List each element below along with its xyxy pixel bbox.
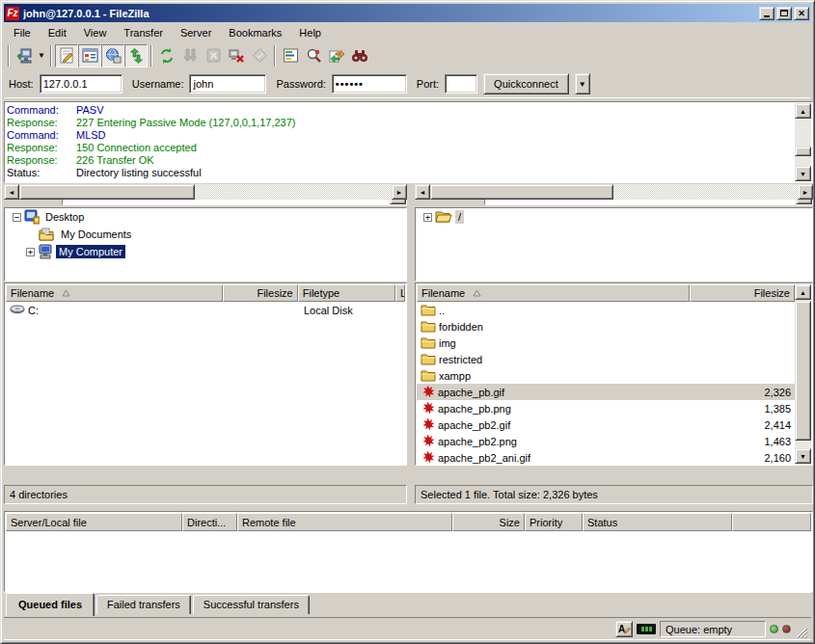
toggle-queue-button[interactable] xyxy=(124,44,148,67)
toggle-log-button[interactable] xyxy=(55,44,78,67)
menu-help[interactable]: Help xyxy=(290,25,330,40)
scroll-left-icon[interactable]: ◄ xyxy=(4,184,19,200)
activity-led-green xyxy=(770,625,778,633)
image-file-icon xyxy=(421,417,435,432)
column-header-filesize[interactable]: Filesize xyxy=(223,284,297,302)
minimize-icon xyxy=(764,15,770,17)
scroll-left-icon[interactable]: ◄ xyxy=(415,184,430,200)
title-bar[interactable]: Fz john@127.0.0.1 - FileZilla ✕ xyxy=(4,4,811,22)
scrollbar-thumb[interactable] xyxy=(19,184,195,200)
remote-file-row[interactable]: apache_pb2_ani.gif 2,160 xyxy=(417,449,795,466)
scrollbar-thumb[interactable] xyxy=(795,301,811,441)
column-header-filetype[interactable]: Filetype xyxy=(298,284,395,302)
host-input[interactable] xyxy=(40,74,122,94)
tree-item-my-computer[interactable]: + My Computer xyxy=(5,243,406,260)
column-header-priority[interactable]: Priority xyxy=(525,513,583,531)
scrollbar-thumb[interactable] xyxy=(795,147,811,156)
tab-failed-transfers[interactable]: Failed transfers xyxy=(96,595,191,614)
port-input[interactable] xyxy=(445,74,477,94)
column-header-server-local-file[interactable]: Server/Local file xyxy=(6,513,182,531)
remote-file-row[interactable]: apache_pb2.gif 2,414 xyxy=(417,416,795,433)
tree-item-desktop[interactable]: − Desktop xyxy=(5,208,406,226)
disconnect-button[interactable] xyxy=(225,44,248,67)
tree-item-label[interactable]: Desktop xyxy=(42,210,87,224)
column-header-remote-file[interactable]: Remote file xyxy=(237,513,452,531)
remote-file-row[interactable]: apache_pb2.png 1,463 xyxy=(417,433,795,449)
resize-grip[interactable] xyxy=(795,626,807,638)
scroll-up-icon[interactable]: ▲ xyxy=(795,103,811,119)
tree-item-label[interactable]: My Documents xyxy=(58,228,134,241)
column-header-direction[interactable]: Directi... xyxy=(182,513,237,531)
toggle-remote-tree-button[interactable] xyxy=(101,44,124,67)
username-input[interactable] xyxy=(189,74,266,94)
menu-view[interactable]: View xyxy=(75,25,116,40)
column-header-filesize[interactable]: Filesize xyxy=(690,284,795,302)
expand-icon[interactable]: + xyxy=(26,248,35,256)
scroll-up-icon[interactable]: ▲ xyxy=(795,284,811,300)
queue-status: Queue: empty xyxy=(660,621,766,637)
log-scrollbar[interactable]: ▲ ▼ xyxy=(795,103,811,181)
remote-horizontal-scrollbar[interactable]: ◄ ► xyxy=(415,184,813,200)
toggle-local-tree-button[interactable] xyxy=(78,44,101,67)
process-queue-button[interactable] xyxy=(178,44,202,67)
menu-file[interactable]: File xyxy=(5,25,40,40)
scroll-right-icon[interactable]: ► xyxy=(392,184,407,200)
menu-transfer[interactable]: Transfer xyxy=(115,25,172,40)
reconnect-icon xyxy=(252,47,268,64)
local-horizontal-scrollbar[interactable]: ◄ ► xyxy=(4,184,407,200)
tree-item-label[interactable]: / xyxy=(455,210,464,224)
column-header-status[interactable]: Status xyxy=(583,513,732,531)
password-input[interactable] xyxy=(332,74,407,94)
remote-list-scrollbar[interactable]: ▲ ▼ xyxy=(795,284,811,464)
minimize-button[interactable] xyxy=(759,7,774,20)
menu-bookmarks[interactable]: Bookmarks xyxy=(220,25,290,40)
tab-successful-transfers[interactable]: Successful transfers xyxy=(193,595,310,614)
refresh-button[interactable] xyxy=(155,44,178,67)
column-header-last-modified[interactable]: L xyxy=(395,284,405,302)
filter-button[interactable] xyxy=(279,44,302,67)
sort-ascending-icon xyxy=(473,289,481,297)
remote-dir-row[interactable]: img xyxy=(417,335,795,351)
expand-icon[interactable]: + xyxy=(423,213,432,222)
quickconnect-button[interactable]: Quickconnect xyxy=(483,73,569,94)
scroll-down-icon[interactable]: ▼ xyxy=(795,448,811,464)
collapse-icon[interactable]: − xyxy=(13,213,21,222)
site-manager-dropdown[interactable]: ▼ xyxy=(36,44,47,67)
remote-file-row[interactable]: apache_pb.png 1,385 xyxy=(417,400,795,416)
host-label: Host: xyxy=(9,78,34,90)
column-header-size[interactable]: Size xyxy=(452,513,525,531)
scrollbar-thumb[interactable] xyxy=(430,184,613,200)
local-drive-row[interactable]: C: Local Disk xyxy=(6,302,405,318)
scroll-down-icon[interactable]: ▼ xyxy=(795,166,811,181)
close-button[interactable]: ✕ xyxy=(794,7,809,20)
remote-dir-row[interactable]: .. xyxy=(417,302,795,318)
scroll-right-icon[interactable]: ► xyxy=(798,184,813,200)
remote-dir-row[interactable]: restricted xyxy=(417,351,795,367)
synchronized-browsing-button[interactable] xyxy=(325,44,348,67)
scrollbar-track[interactable] xyxy=(795,119,811,166)
column-header-filename[interactable]: Filename xyxy=(417,284,690,302)
my-documents-icon xyxy=(39,228,55,242)
maximize-button[interactable] xyxy=(776,7,792,20)
reconnect-button[interactable] xyxy=(248,44,271,67)
column-header-filename[interactable]: Filename xyxy=(6,284,223,302)
tree-item-my-documents[interactable]: My Documents xyxy=(5,226,406,243)
remote-file-row-selected[interactable]: apache_pb.gif 2,326 xyxy=(417,384,795,400)
quickconnect-dropdown[interactable]: ▼ xyxy=(575,73,590,94)
window-title: john@127.0.0.1 - FileZilla xyxy=(23,8,757,19)
menu-edit[interactable]: Edit xyxy=(40,25,75,40)
tree-item-root[interactable]: + / xyxy=(416,208,812,226)
refresh-icon xyxy=(158,47,176,65)
tab-queued-files[interactable]: Queued files xyxy=(6,593,95,616)
folder-icon xyxy=(421,369,436,382)
tree-item-label[interactable]: My Computer xyxy=(56,245,125,258)
directory-comparison-button[interactable] xyxy=(302,44,325,67)
site-manager-button[interactable] xyxy=(13,44,36,67)
cancel-operation-button[interactable] xyxy=(202,44,225,67)
remote-dir-row[interactable]: xampp xyxy=(417,367,795,384)
remote-dir-row[interactable]: forbidden xyxy=(417,318,795,335)
speed-limit-indicator-icon[interactable] xyxy=(637,624,656,634)
transfer-type-indicator-icon[interactable]: A xyxy=(615,621,633,637)
menu-server[interactable]: Server xyxy=(172,25,220,40)
find-files-button[interactable] xyxy=(348,44,371,67)
